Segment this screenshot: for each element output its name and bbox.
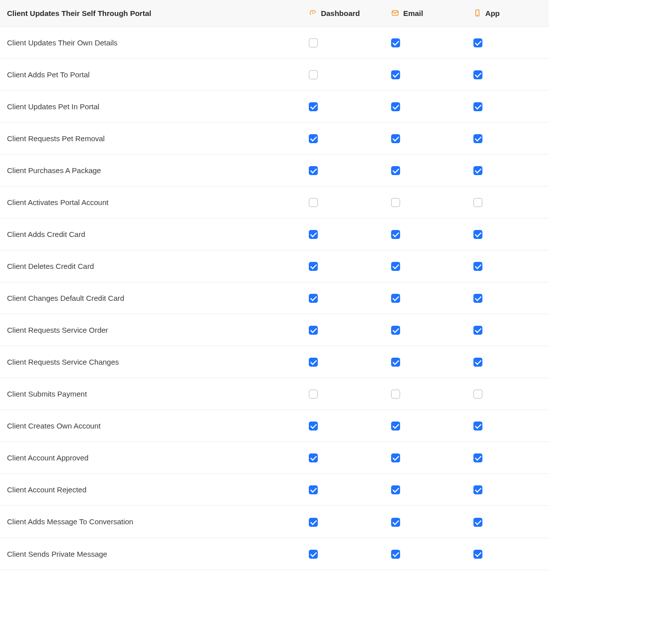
- dashboard-checkbox[interactable]: [309, 326, 318, 335]
- app-checkbox[interactable]: [473, 102, 482, 111]
- cell-dashboard: [302, 91, 384, 123]
- app-checkbox[interactable]: [473, 294, 482, 303]
- email-checkbox[interactable]: [391, 230, 400, 239]
- cell-app: [466, 91, 549, 123]
- email-checkbox[interactable]: [391, 518, 400, 527]
- app-checkbox[interactable]: [473, 166, 482, 175]
- dashboard-checkbox[interactable]: [309, 422, 318, 430]
- cell-app: [466, 27, 549, 59]
- email-checkbox[interactable]: [391, 453, 400, 462]
- table-row: Client Account Approved: [0, 442, 549, 474]
- table-row: Client Creates Own Account: [0, 410, 549, 442]
- email-checkbox[interactable]: [391, 102, 400, 111]
- column-label-email: Email: [403, 9, 423, 17]
- cell-email: [384, 474, 466, 506]
- row-label: Client Updates Their Own Details: [0, 27, 302, 59]
- row-label: Client Adds Message To Conversation: [0, 506, 302, 538]
- app-checkbox[interactable]: [473, 422, 482, 430]
- dashboard-checkbox[interactable]: [309, 518, 318, 527]
- app-checkbox[interactable]: [473, 38, 482, 47]
- section-title: Client Updates Their Self Through Portal: [7, 9, 151, 17]
- app-checkbox[interactable]: [473, 390, 482, 399]
- cell-app: [466, 506, 549, 538]
- email-checkbox[interactable]: [391, 422, 400, 430]
- cell-dashboard: [302, 410, 384, 442]
- row-label: Client Updates Pet In Portal: [0, 91, 302, 123]
- row-label: Client Adds Credit Card: [0, 218, 302, 250]
- cell-email: [384, 123, 466, 155]
- dashboard-checkbox[interactable]: [309, 485, 318, 494]
- cell-email: [384, 27, 466, 59]
- cell-dashboard: [302, 506, 384, 538]
- row-label: Client Changes Default Credit Card: [0, 282, 302, 314]
- app-checkbox[interactable]: [473, 518, 482, 527]
- table-row: Client Requests Pet Removal: [0, 123, 549, 155]
- dashboard-checkbox[interactable]: [309, 38, 318, 47]
- email-checkbox[interactable]: [391, 485, 400, 494]
- app-checkbox[interactable]: [473, 70, 482, 79]
- email-checkbox[interactable]: [391, 134, 400, 143]
- app-checkbox[interactable]: [473, 230, 482, 239]
- cell-email: [384, 91, 466, 123]
- cell-dashboard: [302, 27, 384, 59]
- dashboard-checkbox[interactable]: [309, 102, 318, 111]
- cell-email: [384, 410, 466, 442]
- table-header-dashboard: Dashboard: [302, 0, 384, 27]
- cell-dashboard: [302, 378, 384, 410]
- dashboard-checkbox[interactable]: [309, 294, 318, 303]
- cell-app: [466, 123, 549, 155]
- dashboard-checkbox[interactable]: [309, 262, 318, 271]
- app-checkbox[interactable]: [473, 358, 482, 367]
- cell-dashboard: [302, 123, 384, 155]
- email-checkbox[interactable]: [391, 358, 400, 367]
- email-checkbox[interactable]: [391, 390, 400, 399]
- cell-email: [384, 59, 466, 91]
- cell-dashboard: [302, 250, 384, 282]
- email-checkbox[interactable]: [391, 550, 400, 559]
- dashboard-icon: [309, 9, 317, 17]
- email-checkbox[interactable]: [391, 38, 400, 47]
- cell-app: [466, 250, 549, 282]
- cell-app: [466, 538, 549, 570]
- row-label: Client Adds Pet To Portal: [0, 59, 302, 91]
- dashboard-checkbox[interactable]: [309, 134, 318, 143]
- app-checkbox[interactable]: [473, 134, 482, 143]
- dashboard-checkbox[interactable]: [309, 230, 318, 239]
- app-checkbox[interactable]: [473, 550, 482, 559]
- row-label: Client Requests Pet Removal: [0, 123, 302, 155]
- cell-email: [384, 346, 466, 378]
- table-row: Client Requests Service Order: [0, 314, 549, 346]
- cell-email: [384, 378, 466, 410]
- cell-email: [384, 506, 466, 538]
- dashboard-checkbox[interactable]: [309, 198, 318, 207]
- email-icon: [391, 9, 399, 17]
- email-checkbox[interactable]: [391, 198, 400, 207]
- cell-app: [466, 378, 549, 410]
- app-checkbox[interactable]: [473, 326, 482, 335]
- dashboard-checkbox[interactable]: [309, 166, 318, 175]
- column-label-app: App: [485, 9, 500, 17]
- dashboard-checkbox[interactable]: [309, 358, 318, 367]
- app-checkbox[interactable]: [473, 453, 482, 462]
- app-checkbox[interactable]: [473, 485, 482, 494]
- email-checkbox[interactable]: [391, 262, 400, 271]
- row-label: Client Requests Service Order: [0, 314, 302, 346]
- table-row: Client Updates Their Own Details: [0, 27, 549, 59]
- cell-app: [466, 59, 549, 91]
- email-checkbox[interactable]: [391, 166, 400, 175]
- dashboard-checkbox[interactable]: [309, 453, 318, 462]
- cell-app: [466, 442, 549, 474]
- dashboard-checkbox[interactable]: [309, 390, 318, 399]
- app-checkbox[interactable]: [473, 198, 482, 207]
- cell-email: [384, 282, 466, 314]
- email-checkbox[interactable]: [391, 70, 400, 79]
- cell-app: [466, 410, 549, 442]
- table-row: Client Changes Default Credit Card: [0, 282, 549, 314]
- table-row: Client Activates Portal Account: [0, 187, 549, 218]
- dashboard-checkbox[interactable]: [309, 70, 318, 79]
- table-row: Client Updates Pet In Portal: [0, 91, 549, 123]
- email-checkbox[interactable]: [391, 326, 400, 335]
- email-checkbox[interactable]: [391, 294, 400, 303]
- dashboard-checkbox[interactable]: [309, 550, 318, 559]
- app-checkbox[interactable]: [473, 262, 482, 271]
